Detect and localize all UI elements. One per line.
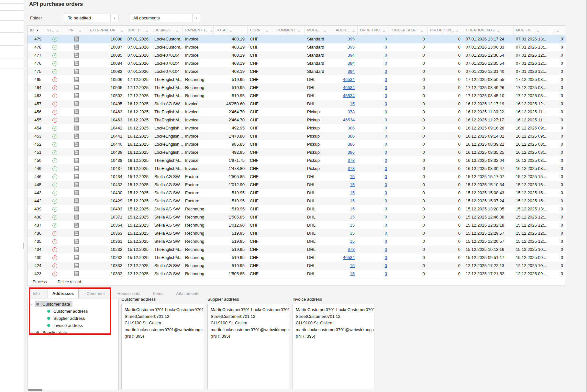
address-link[interactable]: 394 xyxy=(348,61,355,66)
column-header-doc-d[interactable]: DOC. D...△ xyxy=(125,26,152,35)
address-link[interactable]: 46534 xyxy=(343,77,355,82)
address-link[interactable]: 46534 xyxy=(343,93,355,98)
order-no-link[interactable]: 0 xyxy=(385,37,387,41)
table-row[interactable]: 446✓1043415.12.2025Stella AG SWFacture1'… xyxy=(28,173,566,181)
address-box[interactable]: MartinCustomer0701 LockeCustomer0701Stre… xyxy=(121,304,203,389)
address-link[interactable]: 15 xyxy=(350,271,355,276)
tree-item-invoice-address[interactable]: Invoice address xyxy=(28,322,118,329)
table-row[interactable]: 439✓1040315.12.2025Stella AG SWRechnung5… xyxy=(28,205,566,213)
address-link[interactable]: 386 xyxy=(348,142,355,147)
address-link[interactable]: 46534 xyxy=(343,255,355,260)
column-header-curr[interactable]: CURR...△ xyxy=(247,26,274,35)
address-link[interactable]: 46534 xyxy=(343,85,355,90)
horizontal-scrollbar-thumb[interactable] xyxy=(28,389,42,391)
order-no-link[interactable]: 0 xyxy=(385,101,387,106)
column-header-payment-t[interactable]: PAYMENT T...△ xyxy=(183,26,213,35)
tab-info[interactable]: Info xyxy=(28,289,45,298)
table-row[interactable]: 451✓1043916.12.2025LockeEnglish...Invoic… xyxy=(28,148,566,156)
column-header-pr[interactable]: PR...△ xyxy=(66,26,87,35)
column-header-mode[interactable]: MODE...△ xyxy=(305,26,333,35)
table-row[interactable]: 434!1023215.12.2025TheEnglishM...Rechnun… xyxy=(28,245,566,253)
address-link[interactable]: 15 xyxy=(350,263,355,268)
order-no-link[interactable]: 0 xyxy=(385,174,387,179)
table-row[interactable]: 438✓1037115.12.2025Stella AG SWRechnung1… xyxy=(28,213,566,221)
address-box[interactable]: MartinCustomer0701 LockeCustomer0701Stre… xyxy=(207,304,289,389)
column-header-busines[interactable]: BUSINES...△ xyxy=(152,26,183,35)
address-link[interactable]: 378 xyxy=(348,158,355,163)
table-row[interactable]: 445✓1043215.12.2025Stella AG SWFacture1'… xyxy=(28,181,566,189)
tree-item-customer-data[interactable]: ›Customer data xyxy=(28,300,118,308)
table-row[interactable]: 478✓1008707.01.2026LockeCustom...Invoice… xyxy=(28,43,566,51)
table-row[interactable]: 453✓1044116.12.2025LockeEnglish...Invoic… xyxy=(28,132,566,140)
address-link[interactable]: 386 xyxy=(348,134,355,139)
table-row[interactable]: 423!1033212.12.2025Stella AG SWRechnung1… xyxy=(28,270,566,278)
chevron-down-icon[interactable]: › xyxy=(30,301,35,307)
address-link[interactable]: 15 xyxy=(350,101,355,106)
order-no-link[interactable]: 0 xyxy=(385,182,387,187)
address-link[interactable]: 15 xyxy=(350,198,355,203)
table-row[interactable]: 454✓1044216.12.2025LockeEnglish...Invoic… xyxy=(28,124,566,132)
order-no-link[interactable]: 0 xyxy=(385,255,387,260)
address-link[interactable]: 394 xyxy=(348,69,355,74)
column-header-id[interactable]: ID▼ xyxy=(28,26,44,35)
order-no-link[interactable]: 0 xyxy=(385,223,387,228)
order-no-link[interactable]: 0 xyxy=(385,231,387,236)
tab-comment[interactable]: Comment xyxy=(82,289,109,298)
order-no-link[interactable]: 0 xyxy=(385,118,387,122)
order-no-link[interactable]: 0 xyxy=(385,69,387,74)
address-box[interactable]: MartinCustomer0701 LockeCustomer0701Stre… xyxy=(293,304,374,389)
column-header-comment[interactable]: COMMENT△ xyxy=(274,26,305,35)
table-row[interactable]: 455!1046316.12.2025TheEnglishM...Invoice… xyxy=(28,116,566,124)
address-link[interactable]: 15 xyxy=(350,215,355,219)
address-link[interactable]: 386 xyxy=(348,126,355,130)
table-row[interactable]: 477✓1008507.01.2026Locke070104Invoice408… xyxy=(28,51,566,59)
address-link[interactable]: 15 xyxy=(350,231,355,236)
address-link[interactable]: 386 xyxy=(348,150,355,155)
tree-item-supplier-data[interactable]: ›Supplier data xyxy=(28,329,118,336)
chevron-down-icon[interactable]: ▾ xyxy=(110,14,118,22)
address-link[interactable]: 394 xyxy=(348,53,355,58)
order-no-link[interactable]: 0 xyxy=(385,263,387,268)
table-row[interactable]: 436!1036315.12.2025Stella AG SWRechnung5… xyxy=(28,229,566,237)
order-no-link[interactable]: 0 xyxy=(385,53,387,58)
order-no-link[interactable]: 0 xyxy=(385,134,387,139)
column-header-modific[interactable]: MODIFIC...△ xyxy=(513,26,549,35)
order-no-link[interactable]: 0 xyxy=(385,93,387,98)
table-row[interactable]: 456!1046316.12.2025TheEnglishM...Invoice… xyxy=(28,108,566,116)
table-row[interactable]: 465!1050617.12.2025TheEnglishM...Rechnun… xyxy=(28,75,566,84)
column-header-project-n[interactable]: PROJECT N...△ xyxy=(427,26,463,35)
order-no-link[interactable]: 0 xyxy=(385,198,387,203)
order-no-link[interactable]: 0 xyxy=(385,190,387,195)
table-row[interactable]: 442✓1042915.12.2025Stella AG SWFacture51… xyxy=(28,197,566,205)
order-no-link[interactable]: 0 xyxy=(385,239,387,244)
table-row[interactable]: 437✓1036415.12.2025Stella AG SWRechnung1… xyxy=(28,221,566,229)
address-link[interactable]: 395 xyxy=(348,45,355,50)
tree-item-customer-address[interactable]: Customer address xyxy=(28,308,118,315)
table-row[interactable]: 475✓1008307.01.2026Locke070104Invoice408… xyxy=(28,67,566,75)
address-link[interactable]: 15 xyxy=(350,223,355,228)
folder-select[interactable]: To be edited ▾ xyxy=(64,14,118,22)
table-row[interactable]: 424!1033312.12.2025Stella AG SWRechnung5… xyxy=(28,262,566,270)
order-no-link[interactable]: 0 xyxy=(385,109,387,114)
order-no-link[interactable]: 0 xyxy=(385,61,387,66)
tree-item-supplier-address[interactable]: Supplier address xyxy=(28,315,118,322)
address-link[interactable]: 378 xyxy=(348,109,355,114)
column-header-total[interactable]: TOTAL△ xyxy=(213,26,247,35)
address-link[interactable]: 15 xyxy=(350,174,355,179)
order-no-link[interactable]: 0 xyxy=(385,77,387,82)
chevron-down-icon[interactable]: ▾ xyxy=(192,14,200,22)
table-row[interactable]: 450✓1043816.12.2025TheEnglishM...Invoice… xyxy=(28,156,566,164)
column-header-col[interactable]: ...△ xyxy=(549,26,566,35)
tab-addresses[interactable]: Addresses xyxy=(48,289,79,298)
table-row[interactable]: 479✓1008807.01.2026LockeCustom...Invoice… xyxy=(28,35,566,43)
address-link[interactable]: 15 xyxy=(350,182,355,187)
order-no-link[interactable]: 0 xyxy=(385,150,387,155)
address-link[interactable]: 46534 xyxy=(343,118,355,122)
table-row[interactable]: 430!1023215.12.2025TheEnglishM...Rechnun… xyxy=(28,253,566,262)
order-no-link[interactable]: 0 xyxy=(385,247,387,252)
table-row[interactable]: 476✓1008407.01.2026Locke070104Invoice408… xyxy=(28,59,566,67)
table-row[interactable]: 443✓1043015.12.2025Stella AG SWFacture51… xyxy=(28,189,566,197)
order-no-link[interactable]: 0 xyxy=(385,215,387,219)
delete-record-button[interactable]: Delete record xyxy=(52,280,86,284)
address-link[interactable]: 378 xyxy=(348,247,355,252)
